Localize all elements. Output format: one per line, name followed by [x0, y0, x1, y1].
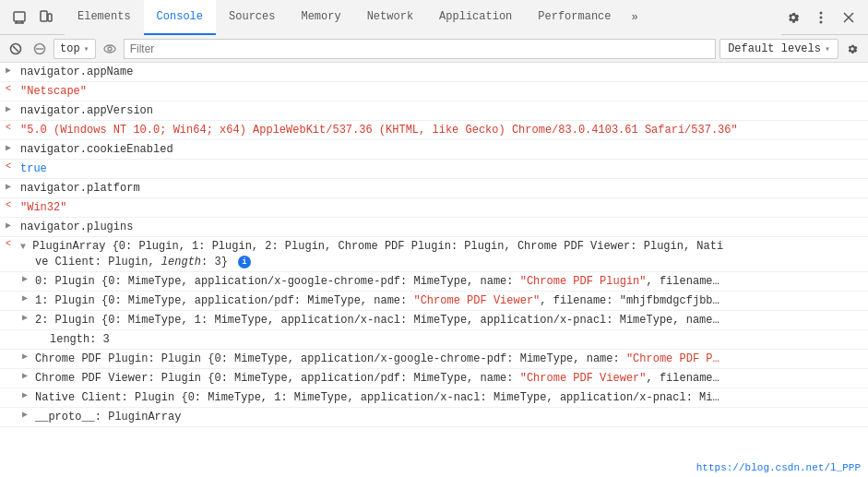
row-content: Native Client: Plugin {0: MimeType, 1: M…	[31, 389, 868, 406]
row-content: navigator.appName	[17, 64, 868, 80]
settings-icon-btn[interactable]	[781, 6, 805, 30]
row-expand-arrow[interactable]: ▶	[0, 141, 17, 153]
sub-expand-arrow[interactable]: ▶	[18, 389, 31, 400]
row-output-arrow: <	[0, 83, 17, 94]
row-content: ▼ PluginArray {0: Plugin, 1: Plugin, 2: …	[17, 238, 868, 270]
row-expand-arrow[interactable]: ▶	[0, 219, 17, 231]
sub-expand-arrow[interactable]: ▶	[18, 292, 31, 304]
inspect-icon-btn[interactable]	[7, 6, 31, 30]
row-expand-arrow[interactable]: ▶	[0, 180, 17, 192]
svg-point-16	[104, 45, 115, 53]
plugin-sub-row: ▶ Native Client: Plugin {0: MimeType, 1:…	[0, 388, 868, 408]
row-expand-arrow[interactable]: ▶	[0, 64, 17, 76]
tab-network[interactable]: Network	[354, 0, 426, 35]
plugin-sub-row: ▶ 2: Plugin {0: MimeType, 1: MimeType, a…	[0, 311, 868, 330]
info-badge[interactable]: i	[238, 256, 251, 268]
sub-expand-arrow[interactable]: ▶	[18, 273, 31, 284]
console-row: < "5.0 (Windows NT 10.0; Win64; x64) App…	[0, 121, 868, 140]
tab-elements[interactable]: Elements	[65, 0, 144, 35]
devtools-tab-bar: Elements Console Sources Memory Network …	[0, 0, 868, 35]
row-content: navigator.cookieEnabled	[17, 141, 868, 158]
row-content: 1: Plugin {0: MimeType, application/pdf:…	[31, 292, 868, 309]
row-content: "5.0 (Windows NT 10.0; Win64; x64) Apple…	[17, 122, 868, 138]
no-entry-btn[interactable]	[30, 39, 50, 59]
devtools-right-icons	[781, 6, 868, 30]
sub-expand-arrow[interactable]: ▶	[18, 351, 31, 362]
tab-more-btn[interactable]: »	[624, 0, 646, 35]
console-row: < true	[0, 160, 868, 179]
console-row: ▶ navigator.cookieEnabled	[0, 140, 868, 160]
svg-rect-4	[41, 11, 47, 21]
console-row: < "Netscape"	[0, 82, 868, 101]
device-toggle-btn[interactable]	[33, 6, 57, 30]
row-content: "Win32"	[17, 199, 868, 216]
console-row: ▶ navigator.plugins	[0, 218, 868, 237]
sub-expand-arrow[interactable]: ▶	[18, 409, 31, 420]
clear-console-btn[interactable]	[6, 39, 26, 59]
page-url: https://blog.csdn.net/l_PPP	[696, 462, 861, 473]
plugin-sub-row: ▶ Chrome PDF Viewer: Plugin {0: MimeType…	[0, 369, 868, 388]
filter-input[interactable]	[124, 39, 717, 59]
more-options-btn[interactable]	[809, 6, 833, 30]
tab-sources[interactable]: Sources	[216, 0, 288, 35]
console-toolbar: top ▾ Default levels ▾	[0, 35, 868, 63]
eye-icon-btn[interactable]	[100, 39, 120, 59]
tab-application[interactable]: Application	[426, 0, 525, 35]
tab-memory[interactable]: Memory	[288, 0, 353, 35]
console-settings-btn[interactable]	[842, 39, 862, 59]
devtools-left-icons	[0, 6, 65, 30]
plugin-sub-row: ▶ Chrome PDF Plugin: Plugin {0: MimeType…	[0, 350, 868, 369]
plugin-sub-row: ▶ 0: Plugin {0: MimeType, application/x-…	[0, 272, 868, 292]
plugin-sub-row: length: 3	[0, 330, 868, 350]
console-row: ▶ navigator.appVersion	[0, 101, 868, 121]
row-output-arrow: <	[0, 199, 17, 210]
row-content: true	[17, 161, 868, 177]
row-output-arrow: <	[0, 161, 17, 172]
svg-point-9	[820, 20, 823, 23]
plugin-sub-row: ▶ 1: Plugin {0: MimeType, application/pd…	[0, 292, 868, 311]
row-content: Chrome PDF Plugin: Plugin {0: MimeType, …	[31, 351, 868, 367]
row-content: __proto__: PluginArray	[31, 409, 868, 425]
svg-rect-5	[48, 14, 52, 21]
row-content: navigator.platform	[17, 180, 868, 197]
svg-line-13	[13, 46, 18, 52]
svg-rect-0	[14, 12, 25, 21]
tab-performance[interactable]: Performance	[525, 0, 624, 35]
expand-triangle[interactable]: ▼	[20, 242, 26, 252]
row-content: "Netscape"	[17, 83, 868, 100]
sub-expand-arrow[interactable]: ▶	[18, 370, 31, 381]
row-content: navigator.plugins	[17, 219, 868, 235]
console-row: ▶ navigator.appName	[0, 63, 868, 82]
row-output-arrow: <	[0, 122, 17, 133]
console-row: < "Win32"	[0, 198, 868, 218]
plugin-sub-row: ▶ __proto__: PluginArray	[0, 408, 868, 427]
console-row: ▶ navigator.platform	[0, 179, 868, 198]
tab-console[interactable]: Console	[144, 0, 216, 35]
row-output-arrow: <	[0, 238, 17, 249]
console-output: ▶ navigator.appName < "Netscape" ▶ navig…	[0, 63, 868, 442]
row-content: navigator.appVersion	[17, 102, 868, 119]
row-expand-arrow[interactable]: ▶	[0, 102, 17, 114]
console-row: < ▼ PluginArray {0: Plugin, 1: Plugin, 2…	[0, 237, 868, 272]
sub-expand-arrow[interactable]: ▶	[18, 312, 31, 323]
row-content: length: 3	[46, 331, 868, 348]
svg-point-7	[820, 11, 823, 14]
svg-point-17	[108, 47, 112, 51]
level-selector[interactable]: Default levels ▾	[719, 39, 838, 59]
row-content: Chrome PDF Viewer: Plugin {0: MimeType, …	[31, 370, 868, 387]
svg-point-8	[820, 16, 823, 18]
row-content: 2: Plugin {0: MimeType, 1: MimeType, app…	[31, 312, 868, 328]
context-selector[interactable]: top ▾	[54, 39, 96, 59]
tab-list: Elements Console Sources Memory Network …	[65, 0, 781, 35]
row-content: 0: Plugin {0: MimeType, application/x-go…	[31, 273, 868, 290]
close-btn[interactable]	[837, 6, 861, 30]
